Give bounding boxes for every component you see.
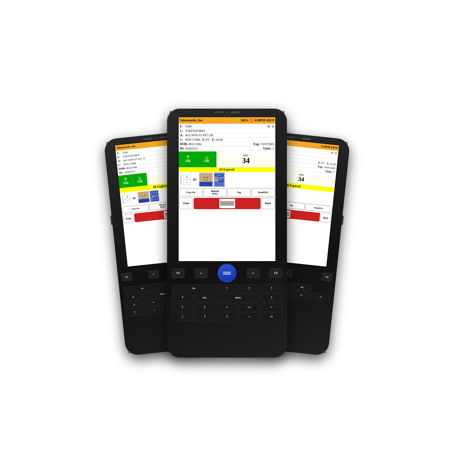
center-star-key[interactable]: ★. — [172, 294, 193, 302]
left-f1-key[interactable]: F1 — [121, 272, 132, 281]
center-row-id: ID: 362832512 Visits: 5 — [180, 146, 274, 151]
center-battery: 🔋 100% — [236, 119, 249, 122]
center-visits-value: 5 — [273, 147, 274, 150]
center-tab-key[interactable]: Tab — [172, 284, 215, 293]
left-clear-btn[interactable]: Clear — [123, 214, 134, 223]
center-increment-btn[interactable]: + — [183, 175, 190, 180]
right-state-label: S: — [318, 161, 321, 164]
center-row-dob: DOB: 08/02/1984 Exp: 05/07/2005 — [180, 142, 274, 146]
center-last-label: L: — [180, 129, 185, 133]
center-state-value: NY — [205, 138, 210, 141]
center-free-pic-btn[interactable]: Free Pic — [179, 188, 203, 196]
center-back-btn[interactable]: Back — [261, 198, 275, 209]
center-no-entry: 🚫 — [249, 118, 253, 122]
right-notch-r — [302, 137, 311, 140]
center-back-arrow-key[interactable]: ↩ — [195, 268, 207, 278]
left-increment-btn[interactable]: + — [124, 194, 130, 199]
center-first-label: F: — [180, 125, 185, 128]
right-visits-value: 5 — [333, 171, 335, 174]
center-zip-value: 10128 — [215, 138, 222, 141]
left-id-label: ID: — [119, 171, 124, 174]
left-6-key[interactable]: 6MNO — [124, 300, 144, 309]
center-7-key[interactable]: 7PQRS — [172, 312, 193, 321]
left-decrement-btn[interactable]: − — [125, 199, 131, 203]
left-star-key[interactable]: ★. — [144, 298, 163, 307]
center-ok-drink: 🍸 OK — [179, 151, 197, 167]
center-id-label: ID: — [180, 147, 185, 150]
left-last-label: L: — [117, 155, 122, 159]
left-hash-key[interactable]: # — [144, 306, 164, 315]
side-button-left[interactable] — [110, 216, 112, 225]
center-addr-value: 40 E 94TH ST APT 15B — [185, 134, 213, 137]
left-ok-smoke: 🚬 OK — [132, 173, 148, 187]
right-1a-key[interactable]: 1-A — [292, 290, 311, 299]
center-9-key[interactable]: 9WXYZ — [216, 312, 238, 321]
center-2-key[interactable]: 2ABC — [239, 284, 260, 293]
center-city-label: C: — [180, 138, 185, 141]
center-row-address: A: 40 E 94TH ST APT 15B — [180, 133, 274, 138]
cline3 — [223, 274, 231, 275]
center-ok-smoke: 🚬 OK — [197, 151, 216, 167]
center-enter-key[interactable]: ↵ — [247, 268, 259, 278]
left-9-key[interactable]: 9WXYZ — [125, 308, 144, 317]
center-tag-btn[interactable]: Tag — [227, 188, 251, 196]
center-expired-banner: ID Expired! — [179, 167, 275, 172]
center-5-key[interactable]: 5JKL — [172, 303, 193, 312]
center-0-key[interactable]: 0 — [216, 303, 238, 312]
center-row-first: F: TOM S: M — [180, 124, 274, 129]
left-ok-drink: 🍸 OK — [118, 174, 134, 188]
csl1 — [220, 201, 234, 202]
center-blue-center-key[interactable] — [218, 264, 236, 283]
center-city-value: NEW YORK — [185, 138, 200, 141]
center-menu-key[interactable]: MENU — [216, 294, 260, 302]
right-f2-key[interactable]: F2 — [322, 272, 333, 281]
center-counter-buttons[interactable]: + − — [183, 175, 190, 185]
center-f1-key[interactable]: F1 — [172, 268, 184, 278]
right-exp-label: Exp: — [318, 165, 323, 169]
center-arrow-key[interactable]: ↵ — [261, 303, 282, 312]
center-1a-key[interactable]: 1-A — [239, 303, 260, 312]
center-del-key[interactable]: DEL — [194, 294, 215, 302]
center-id-svg: HAWAII — [214, 173, 225, 186]
csl5 — [220, 205, 234, 205]
center-manual-entry-btn[interactable]: Manual Entry — [203, 188, 227, 196]
left-id-value: 362832512 — [124, 170, 135, 174]
center-decrement-btn[interactable]: − — [183, 180, 190, 185]
right-del-key[interactable]: DEL — [293, 283, 312, 292]
csl2 — [220, 202, 234, 203]
center-face-svg — [199, 173, 212, 186]
center-hash-key[interactable]: # — [239, 312, 260, 321]
center-keypad-grid: Tab 1ao 2ABC 3DEF ★. DEL MENU 4GHI 5JKL … — [172, 284, 282, 321]
left-ok-smoke-text: OK — [137, 179, 143, 184]
center-f3-key[interactable]: F3 — [261, 312, 282, 321]
left-back-arrow-key[interactable]: ↩ — [148, 270, 159, 279]
right-side-button[interactable] — [341, 216, 344, 225]
left-id-svg: HAWAII — [151, 192, 158, 200]
center-8-key[interactable]: 8TUV — [194, 312, 215, 321]
left-counter-num: 83 — [131, 196, 137, 200]
left-addr-label: A: — [118, 159, 123, 163]
center-email-tel-btn[interactable]: Email/Tel — [251, 188, 275, 196]
left-f2-key[interactable]: F2 — [124, 293, 143, 301]
center-ok-smoke-text: OK — [204, 159, 210, 163]
left-counter-buttons[interactable]: + − — [124, 194, 131, 203]
center-6-key[interactable]: 6MNO — [194, 303, 215, 312]
center-1-key[interactable]: 1ao — [216, 284, 238, 293]
center-dob-label: DOB: — [180, 142, 188, 146]
center-sex-label: S: — [267, 125, 270, 128]
sp3 — [227, 115, 227, 116]
center-addr-label: A: — [180, 134, 185, 137]
svg-rect-27 — [215, 183, 224, 184]
center-f2-key[interactable]: F2 — [270, 268, 282, 278]
center-status-bar: Tokenworks, Inc. 🔋 100% 🚫 4:30PM 4/8/19 — [179, 117, 275, 124]
right-f3-key[interactable]: F3 — [311, 293, 330, 301]
center-4-key[interactable]: 4GHI — [261, 294, 282, 302]
center-age-box: AGE: 34 — [216, 154, 275, 164]
right-back-btn[interactable]: Back — [320, 213, 331, 223]
right-sex-value: M — [335, 152, 337, 155]
center-clear-btn[interactable]: Clear — [179, 198, 193, 209]
center-3-key[interactable]: 3DEF — [261, 284, 282, 293]
center-scan-btn[interactable] — [194, 198, 261, 209]
camera — [154, 137, 157, 139]
center-cigarette-icon: 🚬 — [205, 156, 209, 159]
